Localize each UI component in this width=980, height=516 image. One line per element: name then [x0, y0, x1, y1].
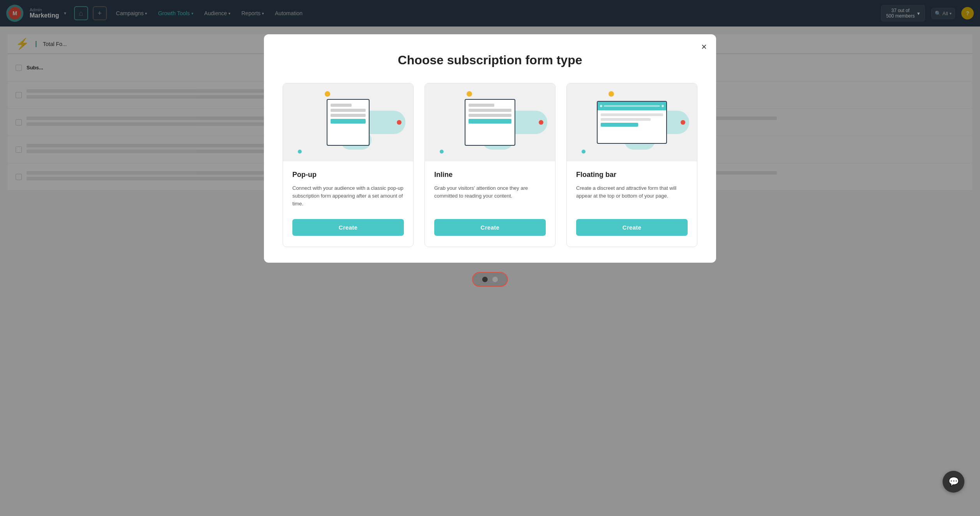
- modal-overlay[interactable]: × Choose subscription form type: [0, 0, 980, 27]
